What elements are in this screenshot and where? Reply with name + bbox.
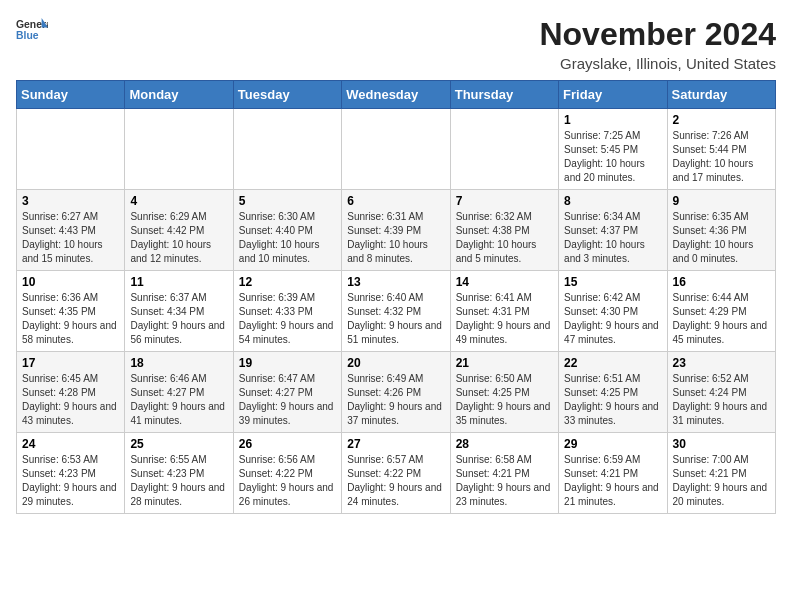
calendar-cell: 28Sunrise: 6:58 AM Sunset: 4:21 PM Dayli… bbox=[450, 433, 558, 514]
day-info: Sunrise: 6:55 AM Sunset: 4:23 PM Dayligh… bbox=[130, 453, 227, 509]
day-number: 23 bbox=[673, 356, 770, 370]
weekday-header-monday: Monday bbox=[125, 81, 233, 109]
day-number: 6 bbox=[347, 194, 444, 208]
calendar-cell: 10Sunrise: 6:36 AM Sunset: 4:35 PM Dayli… bbox=[17, 271, 125, 352]
day-info: Sunrise: 6:59 AM Sunset: 4:21 PM Dayligh… bbox=[564, 453, 661, 509]
day-info: Sunrise: 6:50 AM Sunset: 4:25 PM Dayligh… bbox=[456, 372, 553, 428]
day-number: 16 bbox=[673, 275, 770, 289]
day-info: Sunrise: 6:36 AM Sunset: 4:35 PM Dayligh… bbox=[22, 291, 119, 347]
day-number: 27 bbox=[347, 437, 444, 451]
month-title: November 2024 bbox=[539, 16, 776, 53]
day-info: Sunrise: 6:47 AM Sunset: 4:27 PM Dayligh… bbox=[239, 372, 336, 428]
calendar-cell: 14Sunrise: 6:41 AM Sunset: 4:31 PM Dayli… bbox=[450, 271, 558, 352]
weekday-header-friday: Friday bbox=[559, 81, 667, 109]
calendar-cell: 17Sunrise: 6:45 AM Sunset: 4:28 PM Dayli… bbox=[17, 352, 125, 433]
calendar-cell: 22Sunrise: 6:51 AM Sunset: 4:25 PM Dayli… bbox=[559, 352, 667, 433]
day-info: Sunrise: 6:49 AM Sunset: 4:26 PM Dayligh… bbox=[347, 372, 444, 428]
day-info: Sunrise: 6:34 AM Sunset: 4:37 PM Dayligh… bbox=[564, 210, 661, 266]
day-number: 29 bbox=[564, 437, 661, 451]
day-info: Sunrise: 6:30 AM Sunset: 4:40 PM Dayligh… bbox=[239, 210, 336, 266]
day-number: 24 bbox=[22, 437, 119, 451]
calendar-cell: 2Sunrise: 7:26 AM Sunset: 5:44 PM Daylig… bbox=[667, 109, 775, 190]
day-number: 28 bbox=[456, 437, 553, 451]
logo-icon: General Blue bbox=[16, 16, 48, 44]
day-info: Sunrise: 6:39 AM Sunset: 4:33 PM Dayligh… bbox=[239, 291, 336, 347]
page-header: General Blue November 2024 Grayslake, Il… bbox=[16, 16, 776, 72]
calendar-cell: 5Sunrise: 6:30 AM Sunset: 4:40 PM Daylig… bbox=[233, 190, 341, 271]
calendar-cell bbox=[233, 109, 341, 190]
calendar-cell: 19Sunrise: 6:47 AM Sunset: 4:27 PM Dayli… bbox=[233, 352, 341, 433]
day-info: Sunrise: 6:51 AM Sunset: 4:25 PM Dayligh… bbox=[564, 372, 661, 428]
calendar-table: SundayMondayTuesdayWednesdayThursdayFrid… bbox=[16, 80, 776, 514]
day-number: 21 bbox=[456, 356, 553, 370]
calendar-cell: 7Sunrise: 6:32 AM Sunset: 4:38 PM Daylig… bbox=[450, 190, 558, 271]
calendar-cell: 27Sunrise: 6:57 AM Sunset: 4:22 PM Dayli… bbox=[342, 433, 450, 514]
calendar-cell: 6Sunrise: 6:31 AM Sunset: 4:39 PM Daylig… bbox=[342, 190, 450, 271]
calendar-cell bbox=[450, 109, 558, 190]
calendar-cell: 9Sunrise: 6:35 AM Sunset: 4:36 PM Daylig… bbox=[667, 190, 775, 271]
calendar-cell: 15Sunrise: 6:42 AM Sunset: 4:30 PM Dayli… bbox=[559, 271, 667, 352]
calendar-week-row: 1Sunrise: 7:25 AM Sunset: 5:45 PM Daylig… bbox=[17, 109, 776, 190]
day-number: 10 bbox=[22, 275, 119, 289]
day-info: Sunrise: 6:41 AM Sunset: 4:31 PM Dayligh… bbox=[456, 291, 553, 347]
day-info: Sunrise: 6:57 AM Sunset: 4:22 PM Dayligh… bbox=[347, 453, 444, 509]
weekday-header-thursday: Thursday bbox=[450, 81, 558, 109]
day-info: Sunrise: 6:32 AM Sunset: 4:38 PM Dayligh… bbox=[456, 210, 553, 266]
calendar-cell: 21Sunrise: 6:50 AM Sunset: 4:25 PM Dayli… bbox=[450, 352, 558, 433]
day-number: 5 bbox=[239, 194, 336, 208]
day-number: 14 bbox=[456, 275, 553, 289]
day-info: Sunrise: 6:42 AM Sunset: 4:30 PM Dayligh… bbox=[564, 291, 661, 347]
day-info: Sunrise: 7:00 AM Sunset: 4:21 PM Dayligh… bbox=[673, 453, 770, 509]
weekday-header-saturday: Saturday bbox=[667, 81, 775, 109]
calendar-cell: 18Sunrise: 6:46 AM Sunset: 4:27 PM Dayli… bbox=[125, 352, 233, 433]
day-info: Sunrise: 7:26 AM Sunset: 5:44 PM Dayligh… bbox=[673, 129, 770, 185]
logo: General Blue bbox=[16, 16, 48, 44]
calendar-cell: 25Sunrise: 6:55 AM Sunset: 4:23 PM Dayli… bbox=[125, 433, 233, 514]
weekday-header-tuesday: Tuesday bbox=[233, 81, 341, 109]
day-number: 3 bbox=[22, 194, 119, 208]
day-info: Sunrise: 6:56 AM Sunset: 4:22 PM Dayligh… bbox=[239, 453, 336, 509]
calendar-cell: 16Sunrise: 6:44 AM Sunset: 4:29 PM Dayli… bbox=[667, 271, 775, 352]
day-info: Sunrise: 6:27 AM Sunset: 4:43 PM Dayligh… bbox=[22, 210, 119, 266]
day-info: Sunrise: 6:45 AM Sunset: 4:28 PM Dayligh… bbox=[22, 372, 119, 428]
title-section: November 2024 Grayslake, Illinois, Unite… bbox=[539, 16, 776, 72]
calendar-cell: 4Sunrise: 6:29 AM Sunset: 4:42 PM Daylig… bbox=[125, 190, 233, 271]
day-number: 13 bbox=[347, 275, 444, 289]
calendar-cell: 12Sunrise: 6:39 AM Sunset: 4:33 PM Dayli… bbox=[233, 271, 341, 352]
svg-text:Blue: Blue bbox=[16, 30, 39, 41]
calendar-cell bbox=[125, 109, 233, 190]
day-info: Sunrise: 6:37 AM Sunset: 4:34 PM Dayligh… bbox=[130, 291, 227, 347]
day-number: 9 bbox=[673, 194, 770, 208]
day-number: 19 bbox=[239, 356, 336, 370]
calendar-cell: 13Sunrise: 6:40 AM Sunset: 4:32 PM Dayli… bbox=[342, 271, 450, 352]
calendar-body: 1Sunrise: 7:25 AM Sunset: 5:45 PM Daylig… bbox=[17, 109, 776, 514]
calendar-cell: 20Sunrise: 6:49 AM Sunset: 4:26 PM Dayli… bbox=[342, 352, 450, 433]
day-info: Sunrise: 6:29 AM Sunset: 4:42 PM Dayligh… bbox=[130, 210, 227, 266]
day-number: 20 bbox=[347, 356, 444, 370]
weekday-header-wednesday: Wednesday bbox=[342, 81, 450, 109]
day-info: Sunrise: 6:58 AM Sunset: 4:21 PM Dayligh… bbox=[456, 453, 553, 509]
day-info: Sunrise: 6:40 AM Sunset: 4:32 PM Dayligh… bbox=[347, 291, 444, 347]
day-number: 15 bbox=[564, 275, 661, 289]
day-number: 8 bbox=[564, 194, 661, 208]
day-info: Sunrise: 6:35 AM Sunset: 4:36 PM Dayligh… bbox=[673, 210, 770, 266]
day-number: 1 bbox=[564, 113, 661, 127]
calendar-week-row: 10Sunrise: 6:36 AM Sunset: 4:35 PM Dayli… bbox=[17, 271, 776, 352]
day-number: 25 bbox=[130, 437, 227, 451]
day-info: Sunrise: 6:31 AM Sunset: 4:39 PM Dayligh… bbox=[347, 210, 444, 266]
calendar-cell: 23Sunrise: 6:52 AM Sunset: 4:24 PM Dayli… bbox=[667, 352, 775, 433]
day-number: 12 bbox=[239, 275, 336, 289]
day-number: 26 bbox=[239, 437, 336, 451]
calendar-cell: 11Sunrise: 6:37 AM Sunset: 4:34 PM Dayli… bbox=[125, 271, 233, 352]
day-info: Sunrise: 6:52 AM Sunset: 4:24 PM Dayligh… bbox=[673, 372, 770, 428]
weekday-header-sunday: Sunday bbox=[17, 81, 125, 109]
calendar-week-row: 24Sunrise: 6:53 AM Sunset: 4:23 PM Dayli… bbox=[17, 433, 776, 514]
calendar-cell: 30Sunrise: 7:00 AM Sunset: 4:21 PM Dayli… bbox=[667, 433, 775, 514]
day-number: 30 bbox=[673, 437, 770, 451]
calendar-cell: 8Sunrise: 6:34 AM Sunset: 4:37 PM Daylig… bbox=[559, 190, 667, 271]
day-number: 4 bbox=[130, 194, 227, 208]
calendar-cell: 26Sunrise: 6:56 AM Sunset: 4:22 PM Dayli… bbox=[233, 433, 341, 514]
calendar-cell: 24Sunrise: 6:53 AM Sunset: 4:23 PM Dayli… bbox=[17, 433, 125, 514]
day-number: 17 bbox=[22, 356, 119, 370]
calendar-cell: 3Sunrise: 6:27 AM Sunset: 4:43 PM Daylig… bbox=[17, 190, 125, 271]
